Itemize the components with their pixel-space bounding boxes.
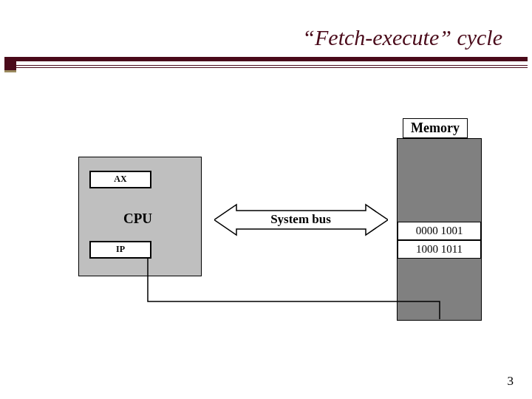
- memory-label: Memory: [403, 118, 468, 138]
- cpu-block: AX CPU IP: [78, 157, 202, 276]
- title-divider: [4, 57, 528, 61]
- memory-cell: 0000 1001: [398, 222, 481, 240]
- system-bus-label: System bus: [270, 212, 331, 226]
- slide: “Fetch-execute” cycle Memory 0000 1001 1…: [0, 0, 532, 399]
- page-number: 3: [508, 374, 514, 389]
- accent-block-light: [4, 70, 16, 72]
- register-ip: IP: [89, 241, 151, 259]
- system-bus-arrow: System bus: [214, 203, 388, 236]
- slide-title: “Fetch-execute” cycle: [0, 25, 502, 50]
- memory-cell: 1000 1011: [398, 240, 481, 259]
- cpu-label: CPU: [123, 211, 152, 227]
- memory-block: 0000 1001 1000 1011: [397, 138, 482, 321]
- register-ax: AX: [89, 171, 151, 188]
